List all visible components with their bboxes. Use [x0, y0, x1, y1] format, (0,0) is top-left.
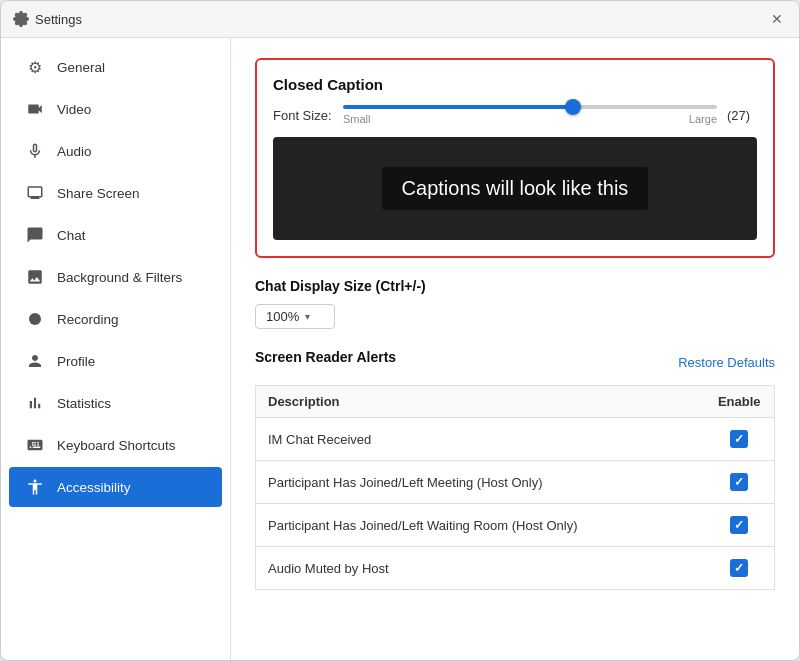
- sidebar-item-profile[interactable]: Profile: [9, 341, 222, 381]
- chat-display-dropdown[interactable]: 100% ▾: [255, 304, 335, 329]
- font-size-slider[interactable]: [343, 105, 717, 109]
- closed-caption-section: Closed Caption Font Size: Small Large (2…: [255, 58, 775, 258]
- sidebar-item-video[interactable]: Video: [9, 89, 222, 129]
- table-header-row: Description Enable: [256, 386, 775, 418]
- accessibility-icon: [25, 477, 45, 497]
- window-title: Settings: [35, 12, 82, 27]
- dropdown-arrow-icon: ▾: [305, 311, 310, 322]
- font-size-value: (27): [727, 108, 757, 123]
- row-enable-cell-3: [705, 547, 775, 590]
- main-content: Closed Caption Font Size: Small Large (2…: [231, 38, 799, 660]
- sidebar-item-accessibility[interactable]: Accessibility: [9, 467, 222, 507]
- sidebar-label-background-filters: Background & Filters: [57, 270, 182, 285]
- sidebar-item-background-filters[interactable]: Background & Filters: [9, 257, 222, 297]
- content-area: ⚙ General Video Audio Share Screen: [1, 38, 799, 660]
- sidebar-item-keyboard-shortcuts[interactable]: Keyboard Shortcuts: [9, 425, 222, 465]
- settings-icon: [13, 11, 29, 27]
- row-description-3: Audio Muted by Host: [256, 547, 705, 590]
- sidebar-item-audio[interactable]: Audio: [9, 131, 222, 171]
- row-description-2: Participant Has Joined/Left Waiting Room…: [256, 504, 705, 547]
- settings-window: Settings ✕ ⚙ General Video Audio: [0, 0, 800, 661]
- sidebar-item-recording[interactable]: Recording: [9, 299, 222, 339]
- checkbox-checked-3[interactable]: [730, 559, 748, 577]
- sidebar-label-keyboard-shortcuts: Keyboard Shortcuts: [57, 438, 176, 453]
- screen-reader-title: Screen Reader Alerts: [255, 349, 396, 365]
- font-size-row: Font Size: Small Large (27): [273, 105, 757, 125]
- sidebar-label-accessibility: Accessibility: [57, 480, 131, 495]
- sidebar-label-video: Video: [57, 102, 91, 117]
- screen-reader-section: Screen Reader Alerts Restore Defaults De…: [255, 349, 775, 590]
- statistics-icon: [25, 393, 45, 413]
- slider-wrapper: [343, 105, 717, 109]
- row-description-1: Participant Has Joined/Left Meeting (Hos…: [256, 461, 705, 504]
- sidebar-item-share-screen[interactable]: Share Screen: [9, 173, 222, 213]
- caption-preview-text: Captions will look like this: [402, 177, 629, 199]
- sidebar-label-general: General: [57, 60, 105, 75]
- chat-display-label: Chat Display Size (Ctrl+/-): [255, 278, 775, 294]
- closed-caption-title: Closed Caption: [273, 76, 757, 93]
- checkbox-checked-0[interactable]: [730, 430, 748, 448]
- svg-point-0: [29, 313, 41, 325]
- recording-icon: [25, 309, 45, 329]
- sidebar-item-chat[interactable]: Chat: [9, 215, 222, 255]
- caption-text-box: Captions will look like this: [382, 167, 649, 210]
- title-bar-left: Settings: [13, 11, 82, 27]
- restore-defaults-button[interactable]: Restore Defaults: [678, 355, 775, 370]
- font-size-label: Font Size:: [273, 108, 333, 123]
- sidebar-item-statistics[interactable]: Statistics: [9, 383, 222, 423]
- title-bar: Settings ✕: [1, 1, 799, 38]
- background-filters-icon: [25, 267, 45, 287]
- sidebar-label-profile: Profile: [57, 354, 95, 369]
- row-enable-cell-0: [705, 418, 775, 461]
- sidebar-label-audio: Audio: [57, 144, 92, 159]
- slider-container: Small Large: [343, 105, 717, 125]
- checkbox-checked-2[interactable]: [730, 516, 748, 534]
- table-row: IM Chat Received: [256, 418, 775, 461]
- sidebar: ⚙ General Video Audio Share Screen: [1, 38, 231, 660]
- screen-reader-header-row: Screen Reader Alerts Restore Defaults: [255, 349, 775, 375]
- sidebar-label-share-screen: Share Screen: [57, 186, 140, 201]
- caption-preview: Captions will look like this: [273, 137, 757, 240]
- checkbox-checked-1[interactable]: [730, 473, 748, 491]
- alerts-table: Description Enable IM Chat ReceivedParti…: [255, 385, 775, 590]
- general-icon: ⚙: [25, 57, 45, 77]
- table-row: Participant Has Joined/Left Waiting Room…: [256, 504, 775, 547]
- keyboard-shortcuts-icon: [25, 435, 45, 455]
- row-enable-cell-1: [705, 461, 775, 504]
- sidebar-label-chat: Chat: [57, 228, 86, 243]
- col-description-header: Description: [256, 386, 705, 418]
- sidebar-label-statistics: Statistics: [57, 396, 111, 411]
- row-enable-cell-2: [705, 504, 775, 547]
- col-enable-header: Enable: [705, 386, 775, 418]
- chat-display-value: 100%: [266, 309, 299, 324]
- chat-display-section: Chat Display Size (Ctrl+/-) 100% ▾: [255, 278, 775, 329]
- share-screen-icon: [25, 183, 45, 203]
- table-row: Audio Muted by Host: [256, 547, 775, 590]
- profile-icon: [25, 351, 45, 371]
- chat-icon: [25, 225, 45, 245]
- table-row: Participant Has Joined/Left Meeting (Hos…: [256, 461, 775, 504]
- sidebar-item-general[interactable]: ⚙ General: [9, 47, 222, 87]
- close-button[interactable]: ✕: [767, 9, 787, 29]
- sidebar-label-recording: Recording: [57, 312, 119, 327]
- audio-icon: [25, 141, 45, 161]
- row-description-0: IM Chat Received: [256, 418, 705, 461]
- video-icon: [25, 99, 45, 119]
